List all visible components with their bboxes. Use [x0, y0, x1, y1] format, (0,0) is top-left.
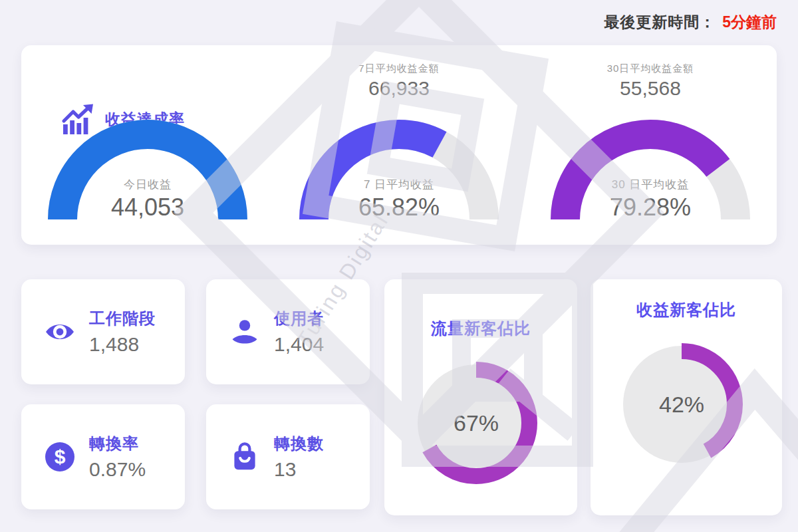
gauge-today-arc: 今日收益 44,053 [48, 118, 247, 228]
users-value: 1,404 [274, 333, 324, 356]
revenue-new-customer-value: 42% [615, 338, 748, 471]
conversions-label: 轉換數 [274, 433, 324, 454]
gauge-30day-label: 30 日平均收益 [551, 177, 750, 192]
gauge-30day-header: 30日平均收益金額 55,568 [544, 63, 757, 100]
gauge-7day-revenue: 7日平均收益金額 66,933 7 日平均收益 65.82% [293, 45, 505, 245]
revenue-achievement-card: 收益達成率 今日收益 44,053 7日平均收益金額 66,933 [21, 45, 777, 245]
last-update-bar: 最後更新時間： 5分鐘前 [604, 12, 777, 33]
conversion-rate-label: 轉換率 [89, 433, 146, 454]
users-text: 使用者 1,404 [274, 308, 324, 356]
traffic-new-customer-value: 67% [410, 356, 543, 489]
conversions-card: 轉換數 13 [206, 404, 370, 509]
sessions-label: 工作階段 [89, 308, 156, 329]
conversions-text: 轉換數 13 [274, 433, 324, 481]
users-label: 使用者 [274, 308, 324, 329]
users-card: 使用者 1,404 [206, 279, 370, 384]
eye-icon [44, 316, 76, 348]
conversions-value: 13 [274, 458, 324, 481]
conversion-rate-value: 0.87% [89, 458, 146, 481]
traffic-new-customer-card: 流量新客佔比 67% [384, 279, 577, 515]
gauge-today-text: 今日收益 44,053 [48, 177, 247, 221]
gauge-today-revenue: 今日收益 44,053 [41, 45, 254, 245]
gauge-today-label: 今日收益 [48, 177, 247, 192]
dashboard-page: 最後更新時間： 5分鐘前 收益達成率 [0, 0, 798, 532]
sessions-card: 工作階段 1,488 [21, 279, 185, 384]
gauge-7day-top-label: 7日平均收益金額 [293, 63, 505, 75]
last-update-value: 5分鐘前 [722, 12, 777, 33]
sessions-value: 1,488 [89, 333, 156, 356]
gauge-7day-label: 7 日平均收益 [299, 177, 499, 192]
gauge-today-value: 44,053 [48, 194, 247, 221]
gauge-30day-arc: 30 日平均收益 79.28% [551, 118, 750, 228]
traffic-new-customer-title: 流量新客佔比 [384, 318, 577, 339]
gauge-30day-top-value: 55,568 [544, 77, 757, 100]
revenue-new-customer-card: 收益新客佔比 42% [591, 279, 782, 515]
sessions-text: 工作階段 1,488 [89, 308, 156, 356]
traffic-new-customer-donut: 67% [410, 356, 543, 489]
gauge-7day-text: 7 日平均收益 65.82% [299, 177, 499, 221]
last-update-label: 最後更新時間： [604, 12, 716, 33]
revenue-new-customer-title: 收益新客佔比 [591, 299, 782, 321]
revenue-new-customer-donut: 42% [615, 338, 748, 471]
gauge-30day-text: 30 日平均收益 79.28% [551, 177, 750, 221]
gauge-7day-arc: 7 日平均收益 65.82% [299, 118, 499, 228]
gauge-30day-top-label: 30日平均收益金額 [544, 63, 757, 75]
bag-icon [229, 441, 261, 473]
conversion-rate-text: 轉換率 0.87% [89, 433, 146, 481]
gauge-7day-header: 7日平均收益金額 66,933 [293, 63, 505, 100]
gauge-30day-value: 79.28% [551, 194, 750, 221]
user-icon [229, 316, 261, 348]
svg-text:$: $ [55, 446, 66, 467]
gauge-7day-value: 65.82% [299, 194, 499, 221]
conversion-rate-card: $ 轉換率 0.87% [21, 404, 185, 509]
dollar-icon: $ [44, 441, 76, 473]
gauge-30day-revenue: 30日平均收益金額 55,568 30 日平均收益 79.28% [544, 45, 757, 245]
gauge-7day-top-value: 66,933 [293, 77, 505, 100]
